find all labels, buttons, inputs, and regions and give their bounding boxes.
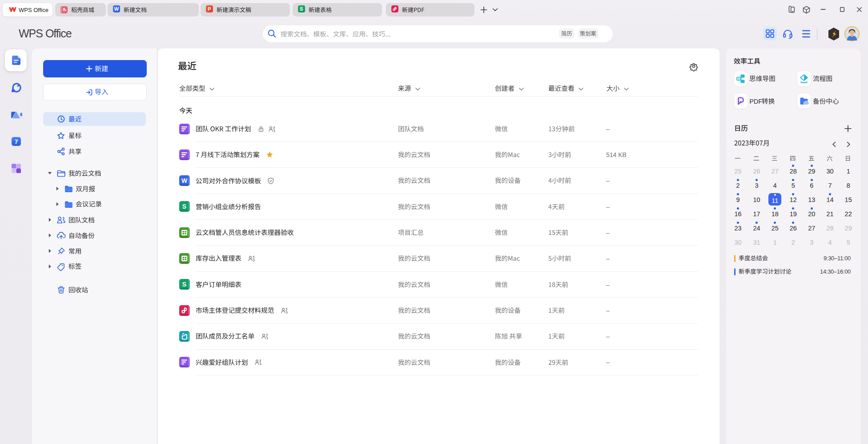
svg-text:7: 7 xyxy=(15,138,18,145)
svg-text:S: S xyxy=(182,281,186,288)
svg-text:W: W xyxy=(181,177,188,184)
svg-text:S: S xyxy=(182,203,186,210)
